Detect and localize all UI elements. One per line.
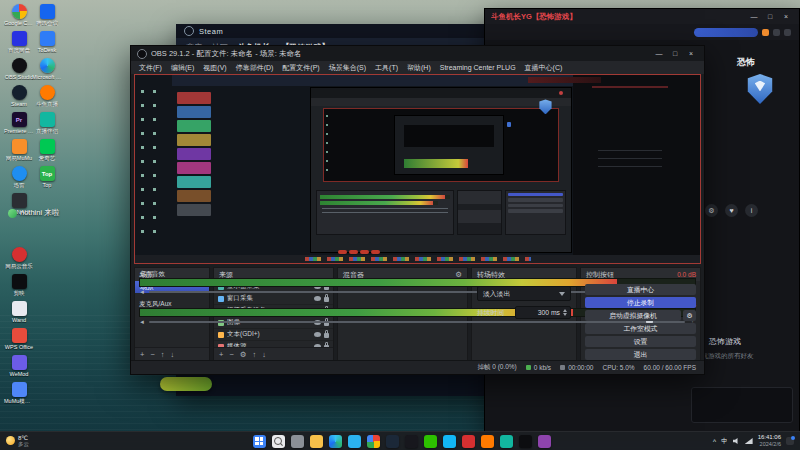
taskbar-icon[interactable] xyxy=(272,435,285,448)
obs-menu-item[interactable]: Streaming Center PLUG xyxy=(436,64,520,71)
taskbar-icon[interactable] xyxy=(462,435,475,448)
taskbar-icon[interactable] xyxy=(500,435,513,448)
desktop-icon[interactable]: TopTop xyxy=(32,166,62,188)
douyu-window-title: 斗鱼机长YG【恐怖游戏】 xyxy=(491,12,747,22)
taskbar-icon[interactable] xyxy=(367,435,380,448)
status-item: 0 kb/s xyxy=(526,364,551,371)
douyu-close-button[interactable]: × xyxy=(779,13,793,20)
desktop-icon[interactable]: WPS Office xyxy=(4,328,34,350)
obs-close-button[interactable]: × xyxy=(684,50,698,57)
douyu-minimize-button[interactable]: — xyxy=(747,13,761,20)
notification-icon[interactable] xyxy=(786,437,794,445)
obs-preview[interactable] xyxy=(134,74,701,264)
virtual-cam-settings-button[interactable]: ⚙ xyxy=(683,310,696,321)
douyu-chat-box[interactable] xyxy=(691,387,793,423)
desktop-icon[interactable]: 直播伴侣 xyxy=(32,112,62,134)
tray-expand-icon[interactable]: ^ xyxy=(713,438,716,445)
taskbar-icon[interactable] xyxy=(291,435,304,448)
obs-minimize-button[interactable]: — xyxy=(652,50,666,57)
douyu-titlebar[interactable]: 斗鱼机长YG【恐怖游戏】 —□× xyxy=(485,9,799,24)
desktop-icon[interactable]: WeMod xyxy=(4,355,34,377)
douyu-notice-icon[interactable] xyxy=(762,29,769,36)
obs-menu-item[interactable]: 工具(T) xyxy=(371,63,402,73)
desktop-icon[interactable]: 迅雷 xyxy=(4,166,34,188)
speaker-icon[interactable]: ◄ xyxy=(139,289,145,295)
taskbar-icon[interactable] xyxy=(310,435,323,448)
douyu-tool-icon[interactable] xyxy=(773,29,780,36)
desktop-icon[interactable]: PrPremiere Pro xyxy=(4,112,34,134)
obs-menu-item[interactable]: 停靠部件(D) xyxy=(232,63,278,73)
desktop-icon[interactable]: Wand xyxy=(4,301,34,323)
desktop-icon-image xyxy=(40,31,55,46)
obs-titlebar[interactable]: OBS 29.1.2 - 配置文件: 未命名 - 场景: 未命名 —□× xyxy=(131,46,704,61)
taskbar-icon[interactable] xyxy=(538,435,551,448)
taskbar-icon[interactable] xyxy=(443,435,456,448)
speaker-icon[interactable]: ◄ xyxy=(139,319,145,325)
obs-menu-item[interactable]: 编辑(E) xyxy=(167,63,198,73)
control-button[interactable]: 停止录制 xyxy=(585,297,696,308)
taskbar-icon[interactable] xyxy=(481,435,494,448)
desktop-icon[interactable]: 斗鱼直播 xyxy=(32,85,62,107)
volume-icon[interactable] xyxy=(733,438,740,444)
desktop-icon[interactable]: 腾讯会议 xyxy=(32,4,62,26)
captured-douyu-title xyxy=(528,77,601,83)
taskbar-icon[interactable] xyxy=(424,435,437,448)
obs-window-title: OBS 29.1.2 - 配置文件: 未命名 - 场景: 未命名 xyxy=(151,49,648,59)
obs-menu-item[interactable]: 场景集合(S) xyxy=(325,63,370,73)
settings-icon[interactable]: ⚙ xyxy=(705,204,718,217)
desktop-icon-image: Pr xyxy=(12,112,27,127)
desktop-icon[interactable]: 网易云音乐 xyxy=(4,247,34,269)
douyu-window-controls: —□× xyxy=(747,13,793,20)
desktop-icon[interactable]: Microsoft Edge xyxy=(32,58,62,80)
desktop-icon[interactable]: OBS Studio xyxy=(4,58,34,80)
virtual-cam-button[interactable]: 启动虚拟摄像机 xyxy=(585,310,681,321)
control-button[interactable]: 直播中心 xyxy=(585,284,696,295)
clock[interactable]: 16:41:06 2024/2/6 xyxy=(758,434,781,448)
transitions-dock: 转场特效 淡入淡出 持续时间 300 ms xyxy=(471,267,577,362)
desktop-icon[interactable]: 百度网盘 xyxy=(4,31,34,53)
taskbar-icon[interactable] xyxy=(329,435,342,448)
desktop-icon[interactable]: ToDesk xyxy=(32,31,62,53)
obs-maximize-button[interactable]: □ xyxy=(668,50,682,57)
douyu-more-icon[interactable] xyxy=(784,29,791,36)
taskbar-icon[interactable] xyxy=(405,435,418,448)
obs-docks: 场景 场景 +−↑↓ 来源 显示器采集窗口采集视频采集设备图像文本(GDI+)媒… xyxy=(134,267,701,362)
douyu-maximize-button[interactable]: □ xyxy=(763,13,777,20)
desktop-icon[interactable]: 网易MuMu xyxy=(4,139,34,161)
status-item: 掉帧 0 (0.0%) xyxy=(477,363,516,372)
control-button[interactable]: 工作室模式 xyxy=(585,323,696,334)
desktop-icon[interactable]: 爱奇艺 xyxy=(32,139,62,161)
desktop-icon-label: Microsoft Edge xyxy=(32,74,62,80)
desktop-icon[interactable]: Google Chrome xyxy=(4,4,34,26)
favorite-icon[interactable]: ♥ xyxy=(725,204,738,217)
obs-menu-item[interactable]: 帮助(H) xyxy=(403,63,435,73)
taskbar-icon[interactable] xyxy=(253,435,266,448)
obs-menu-item[interactable]: 直播中心(C) xyxy=(521,63,567,73)
transition-select[interactable]: 淡入淡出 xyxy=(477,286,571,301)
desktop-icon[interactable]: 剪映 xyxy=(4,274,34,296)
taskbar-icons xyxy=(96,435,707,448)
taskbar-icon[interactable] xyxy=(519,435,532,448)
obs-menu-item[interactable]: 视图(V) xyxy=(199,63,230,73)
obs-menu-item[interactable]: 文件(F) xyxy=(135,63,166,73)
taskbar-icon[interactable] xyxy=(386,435,399,448)
desktop-icon-image xyxy=(12,328,27,343)
spinner-arrows-icon[interactable] xyxy=(563,309,567,316)
control-button[interactable]: 设置 xyxy=(585,336,696,347)
captured-steam-sidebar xyxy=(177,92,211,226)
control-button[interactable]: 退出 xyxy=(585,349,696,360)
transition-duration-input[interactable]: 300 ms xyxy=(515,306,571,319)
desktop-icon-label: ToDesk xyxy=(32,47,62,53)
weather-widget[interactable]: 8℃ 多云 xyxy=(0,435,96,448)
desktop-icon[interactable]: MuMu模拟器 xyxy=(4,382,34,404)
network-icon[interactable] xyxy=(745,438,753,444)
desktop-icon[interactable]: Steam xyxy=(4,85,34,107)
taskbar-icon[interactable] xyxy=(348,435,361,448)
obs-menu-item[interactable]: 配置文件(P) xyxy=(278,63,323,73)
info-icon[interactable]: i xyxy=(745,204,758,217)
ime-indicator[interactable]: 中 xyxy=(721,437,728,446)
desktop-icon-label: 百度网盘 xyxy=(4,47,34,53)
floating-indicator-pill[interactable] xyxy=(160,377,212,391)
douyu-room-tab[interactable] xyxy=(694,28,758,37)
desktop-icon-label: 爱奇艺 xyxy=(32,155,62,161)
